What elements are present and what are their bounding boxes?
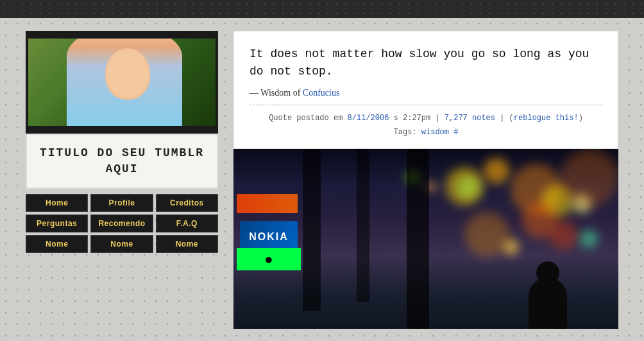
nav-faq-button[interactable]: F.A.Q xyxy=(156,214,218,232)
quote-post: It does not matter how slow you go so lo… xyxy=(233,31,618,149)
quote-attribution: — Wisdom of Confucius xyxy=(250,88,602,98)
meta-tag-link[interactable]: wisdom # xyxy=(421,128,459,137)
green-sign: ● xyxy=(237,248,301,270)
notes-count-link[interactable]: 7,277 notes xyxy=(445,114,495,123)
meta-type: Quote xyxy=(269,114,292,123)
meta-tags-label: Tags: xyxy=(394,128,417,137)
main-wrapper: TITULO DO SEU TUMBLR AQUI Home Profile C… xyxy=(0,18,644,341)
content-area: It does not matter how slow you go so lo… xyxy=(233,31,618,329)
nav-creditos-button[interactable]: Creditos xyxy=(156,194,218,212)
quote-text: It does not matter how slow you go so lo… xyxy=(250,46,602,80)
meta-posted: postado em xyxy=(296,114,343,123)
blog-title-box: TITULO DO SEU TUMBLR AQUI xyxy=(26,134,218,189)
top-bar xyxy=(0,0,644,18)
attribution-prefix: — Wisdom of xyxy=(250,88,300,98)
meta-time: s 2:27pm xyxy=(394,114,431,123)
quote-meta: Quote postado em 8/11/2006 s 2:27pm | 7,… xyxy=(250,112,602,139)
attribution-author-link[interactable]: Confucius xyxy=(303,88,340,98)
nav-nome1-button[interactable]: Nome xyxy=(26,235,88,253)
nav-grid: Home Profile Creditos Perguntas Recomend… xyxy=(26,194,218,253)
nav-perguntas-button[interactable]: Perguntas xyxy=(26,214,88,232)
meta-date-link[interactable]: 8/11/2006 xyxy=(348,114,389,123)
reblog-link[interactable]: reblogue this! xyxy=(514,114,579,123)
nav-home-button[interactable]: Home xyxy=(26,194,88,212)
blog-title: TITULO DO SEU TUMBLR AQUI xyxy=(33,145,210,177)
photo-placeholder: NOKIA ● xyxy=(233,149,618,329)
sidebar: TITULO DO SEU TUMBLR AQUI Home Profile C… xyxy=(26,31,218,329)
nav-nome2-button[interactable]: Nome xyxy=(90,235,153,253)
red-sign xyxy=(237,194,298,213)
nav-profile-button[interactable]: Profile xyxy=(90,194,153,212)
quote-meta-separator xyxy=(250,105,602,105)
nav-nome3-button[interactable]: Nome xyxy=(156,235,218,253)
photo-post: NOKIA ● xyxy=(233,149,618,329)
nav-recomendo-button[interactable]: Recomendo xyxy=(90,214,153,232)
avatar-box xyxy=(26,31,218,134)
avatar-image xyxy=(28,39,216,126)
person-silhouette xyxy=(529,277,567,329)
